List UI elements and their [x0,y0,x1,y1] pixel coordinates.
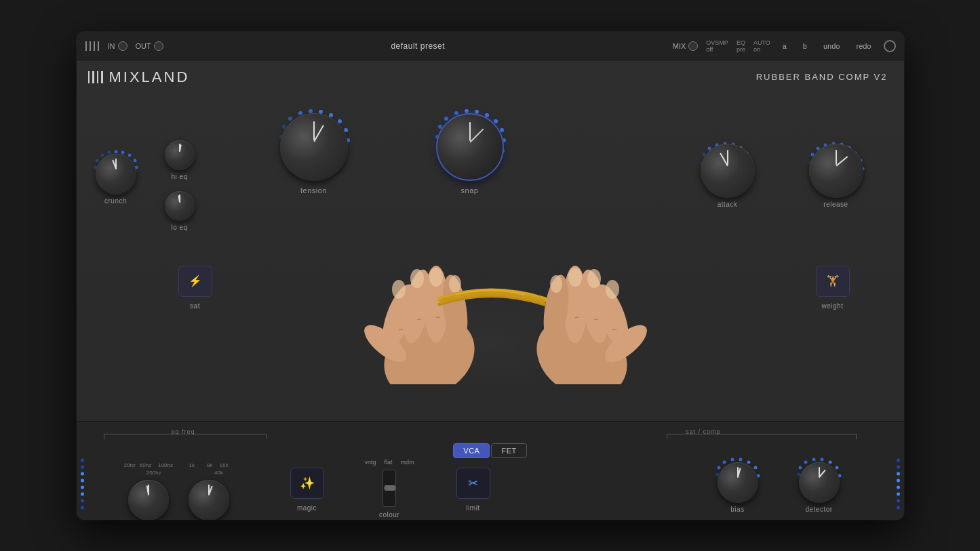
svg-point-65 [606,280,619,299]
lofreq-group: 20hz 60hz 100hz 200hz lo freq [124,462,174,520]
redo-button[interactable]: redo [852,41,875,52]
loeq-knob[interactable] [165,191,195,221]
release-group: release [809,144,863,208]
svg-point-83 [835,466,838,469]
attack-knob[interactable] [701,144,755,198]
ovsmp-control[interactable]: OVSMP off [706,39,728,53]
limit-icon: ✂ [468,476,478,491]
limit-button[interactable]: ✂ [456,468,490,499]
hifreq-indicator [208,485,213,495]
snap-knob-wrap[interactable] [436,113,504,181]
svg-point-72 [730,457,734,461]
crunch-knob-wrap[interactable] [96,154,136,195]
snap-group: snap [436,113,504,195]
colour-vntg: vntg [365,459,376,466]
vu-meter-left [81,459,84,510]
svg-point-3 [107,150,111,154]
mix-knob[interactable] [688,41,698,51]
release-knob[interactable] [809,144,863,198]
loeq-indicator [178,195,180,202]
vu-dot [897,459,900,462]
detector-knob-wrap[interactable] [799,462,840,503]
vu-dot [897,486,900,489]
colour-label: colour [379,511,399,518]
snap-indicator [469,128,484,142]
undo-button[interactable]: undo [819,41,844,52]
svg-point-66 [587,269,601,288]
weight-button[interactable]: 🏋 [816,266,850,297]
out-knob[interactable] [154,41,163,51]
hifreq-knob-wrap[interactable] [189,480,229,520]
svg-point-80 [812,457,815,461]
rubber-band-illustration [321,195,660,384]
vu-dot [897,506,900,510]
settings-icon[interactable] [884,40,896,52]
release-indicator [836,156,848,167]
svg-point-75 [753,466,757,469]
colour-slider[interactable] [383,470,396,507]
snap-knob[interactable] [436,113,504,181]
logo-row: MIXLAND RUBBER BAND COMP V2 [77,62,904,86]
svg-point-56 [410,269,424,288]
hifreq-knob[interactable] [189,480,229,520]
fet-button[interactable]: FET [491,443,526,458]
ovsmp-label: OVSMP [706,39,728,46]
detector-knob[interactable] [799,462,840,503]
bias-knob-wrap[interactable] [718,462,758,503]
auto-value: on [753,46,770,53]
svg-point-82 [828,460,831,464]
tension-knob[interactable] [280,113,348,181]
svg-point-6 [128,153,131,157]
lofreq-knob-wrap[interactable] [128,480,169,520]
svg-point-70 [717,466,720,469]
vu-dot [897,466,900,469]
eq-value: pre [737,46,745,53]
weight-label: weight [822,302,844,310]
illustration [321,195,660,384]
mix-control[interactable]: MIX [673,41,699,51]
svg-point-23 [465,109,469,113]
brand-logo: MIXLAND [87,68,190,86]
vu-dot [81,499,84,503]
bottom-section: eq freq 20hz 60hz 100hz 200hz lo freq [77,421,904,520]
hieq-knob[interactable] [165,140,195,170]
svg-point-58 [449,275,461,293]
ab-a-button[interactable]: a [779,41,791,52]
in-control[interactable]: IN [108,41,128,51]
brand-name: MIXLAND [109,68,190,86]
lofreq-knob[interactable] [128,480,169,520]
release-knob-wrap[interactable] [809,144,863,198]
logo-icon [87,71,104,83]
in-knob[interactable] [118,41,128,51]
detector-indicator [819,470,826,478]
eq-label: EQ [737,39,745,46]
out-control[interactable]: OUT [136,41,163,51]
preset-display[interactable]: default preset [172,41,665,51]
svg-point-13 [309,109,313,113]
attack-knob-wrap[interactable] [701,144,755,198]
attack-indicator [720,152,728,166]
hifreq-group: 1k 8k 16k 40k hi freq [189,462,229,520]
colour-slider-thumb[interactable] [385,485,395,491]
eq-control[interactable]: EQ pre [737,39,745,53]
colour-labels: vntg flat mdm [365,459,414,466]
crunch-knob[interactable] [96,154,136,195]
vca-button[interactable]: VCA [453,443,490,458]
vu-dot [81,472,84,476]
auto-label: AUTO [753,39,770,46]
vu-dot [81,466,84,469]
magic-group: ✨ magic [290,468,324,512]
tension-knob-wrap[interactable] [280,113,348,181]
plugin-name: RUBBER BAND COMP V2 [756,72,888,82]
ab-b-button[interactable]: b [799,41,811,52]
bias-knob[interactable] [718,462,758,503]
bias-indicator [737,468,741,477]
magic-button[interactable]: ✨ [290,468,324,499]
limit-group: ✂ limit [456,468,490,512]
sat-button[interactable]: ⚡ [178,266,212,297]
loeq-group: lo eq [165,191,195,231]
auto-control[interactable]: AUTO on [753,39,770,53]
magic-label: magic [297,504,317,512]
in-label: IN [108,42,115,50]
svg-point-2 [100,153,104,157]
